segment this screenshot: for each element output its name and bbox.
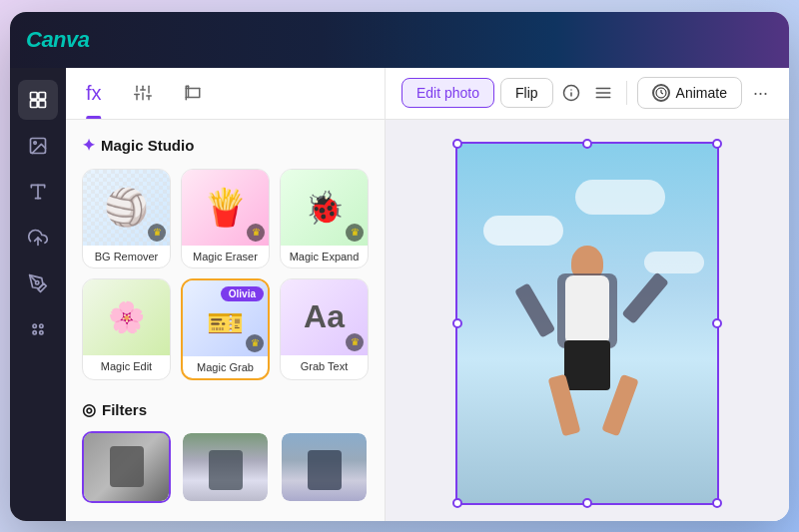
canvas-viewport[interactable] (386, 120, 789, 521)
filter-image-2 (183, 433, 268, 501)
person-shorts (564, 340, 610, 390)
magic-expand-label: Magic Expand (281, 246, 368, 267)
tool-card-magic-edit[interactable]: 🌸 Magic Edit (82, 278, 171, 380)
filter-card-2[interactable] (181, 431, 270, 503)
person-arm-left (514, 282, 555, 338)
svg-point-10 (33, 324, 36, 327)
cloud-2 (644, 252, 704, 273)
magic-edit-label: Magic Edit (83, 355, 170, 377)
panel: fx ✦ Magic Studio (66, 68, 386, 521)
tab-fx[interactable]: fx (86, 68, 102, 119)
animate-icon (652, 84, 670, 102)
olivia-badge: Olivia (221, 286, 264, 301)
filters-title: ◎ Filters (82, 400, 369, 419)
filter-card-1[interactable] (82, 431, 171, 503)
more-options-button[interactable]: ··· (748, 75, 773, 111)
svg-point-9 (36, 280, 39, 283)
photo-background (457, 144, 717, 503)
panel-content: ✦ Magic Studio 🏐 ♛ BG Remover (66, 120, 385, 521)
person-arm-right (621, 271, 669, 323)
tab-fx-label: fx (86, 82, 102, 105)
photo-container (457, 144, 717, 503)
photo-frame (457, 144, 717, 503)
sidebar-item-draw[interactable] (18, 264, 58, 303)
svg-point-12 (33, 330, 36, 333)
toolbar-separator (626, 81, 627, 105)
filters-grid (82, 431, 369, 503)
filter-card-3[interactable] (280, 431, 369, 503)
svg-rect-2 (31, 100, 38, 107)
cloud-3 (575, 180, 665, 215)
main-body: fx ✦ Magic Studio (10, 68, 789, 521)
magic-edit-image: 🌸 (83, 279, 170, 355)
app-window: Canva (10, 12, 789, 521)
grab-text-image: Aa ♛ (281, 279, 368, 355)
cloud-1 (483, 216, 563, 246)
person-figure (527, 246, 647, 485)
filters-icon: ◎ (82, 400, 96, 419)
magic-eraser-image: 🍟 ♛ (182, 170, 269, 246)
grab-text-label: Grab Text (281, 355, 368, 377)
svg-rect-0 (31, 92, 38, 99)
sidebar-item-upload[interactable] (18, 218, 58, 258)
bg-remover-image: 🏐 ♛ (83, 170, 170, 246)
tool-card-magic-expand[interactable]: 🐞 ♛ Magic Expand (280, 169, 369, 268)
magic-studio-title: ✦ Magic Studio (82, 136, 369, 155)
align-button[interactable] (590, 75, 616, 111)
canvas-area: Edit photo Flip Animate (386, 68, 789, 521)
edit-photo-button[interactable]: Edit photo (401, 78, 494, 108)
icon-sidebar (10, 68, 66, 521)
canvas-toolbar: Edit photo Flip Animate (386, 68, 789, 120)
svg-point-11 (40, 324, 43, 327)
svg-rect-3 (39, 100, 46, 107)
tab-crop[interactable] (184, 68, 202, 119)
tool-card-bg-remover[interactable]: 🏐 ♛ BG Remover (82, 169, 171, 268)
panel-tabs: fx (66, 68, 385, 120)
filter-image-1 (84, 433, 169, 501)
animate-button[interactable]: Animate (637, 77, 742, 109)
canva-logo: Canva (26, 27, 90, 53)
magic-eraser-crown: ♛ (247, 224, 265, 242)
sidebar-item-apps[interactable] (18, 309, 58, 349)
sidebar-item-text[interactable] (18, 172, 58, 212)
magic-grab-label: Magic Grab (183, 356, 268, 378)
person-torso (565, 275, 609, 345)
tool-card-grab-text[interactable]: Aa ♛ Grab Text (280, 278, 369, 380)
svg-point-13 (40, 330, 43, 333)
info-button[interactable] (559, 75, 585, 111)
tool-card-magic-grab[interactable]: Olivia 🎫 ♛ Magic Grab (181, 278, 270, 380)
magic-grab-crown: ♛ (246, 334, 264, 352)
tools-grid: 🏐 ♛ BG Remover 🍟 ♛ Magic Eraser (82, 169, 369, 380)
sidebar-item-elements[interactable] (18, 80, 58, 120)
header: Canva (10, 12, 789, 68)
tool-card-magic-eraser[interactable]: 🍟 ♛ Magic Eraser (181, 169, 270, 268)
tab-adjust[interactable] (134, 68, 152, 119)
magic-expand-image: 🐞 ♛ (281, 170, 368, 246)
magic-eraser-label: Magic Eraser (182, 246, 269, 267)
bg-remover-label: BG Remover (83, 246, 170, 267)
sidebar-item-media[interactable] (18, 126, 58, 166)
magic-expand-crown: ♛ (346, 224, 364, 242)
grab-text-crown: ♛ (346, 333, 364, 351)
bg-remover-crown: ♛ (148, 224, 166, 242)
svg-rect-1 (39, 92, 46, 99)
flip-button[interactable]: Flip (500, 78, 553, 108)
magic-studio-icon: ✦ (82, 136, 95, 155)
svg-point-5 (34, 141, 37, 144)
filter-image-3 (282, 433, 367, 501)
magic-grab-image: Olivia 🎫 ♛ (183, 280, 268, 356)
